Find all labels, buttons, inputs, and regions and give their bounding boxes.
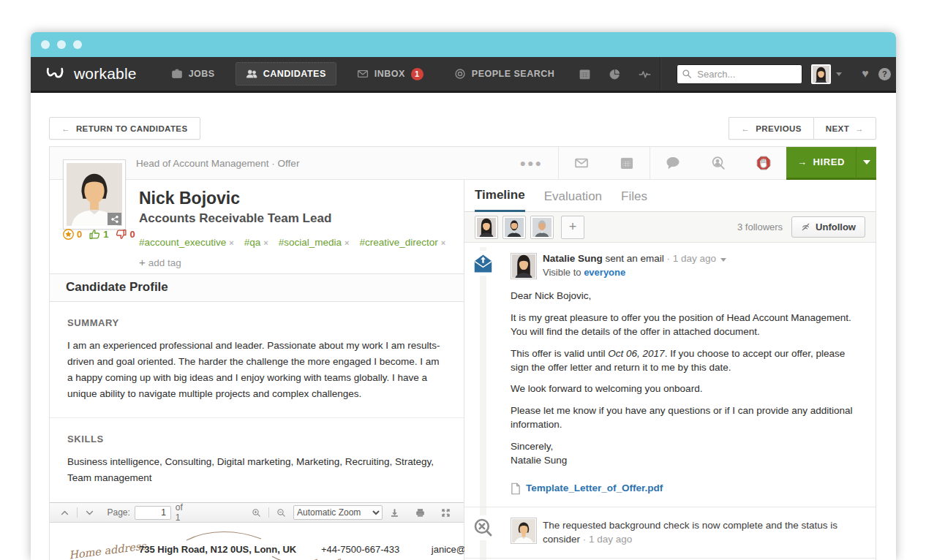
remove-tag-icon[interactable]: × [441, 238, 445, 247]
user-avatar[interactable] [811, 64, 831, 84]
remove-tag-icon[interactable]: × [263, 238, 268, 247]
fullscreen-icon [441, 508, 451, 518]
search-input[interactable] [677, 64, 802, 84]
candidate-card-header: Head of Account Management · Offer ●●● →… [50, 147, 876, 180]
star-rating[interactable]: 0 [62, 228, 82, 241]
unfollow-button[interactable]: Unfollow [791, 216, 865, 238]
entry-header: Natalie Sung sent an email · 1 day ago V… [511, 252, 861, 281]
divider [660, 57, 660, 91]
followers-bar: + 3 followers Unfollow [464, 212, 876, 243]
avatar[interactable] [511, 253, 537, 279]
tag-label[interactable]: #qa [244, 237, 261, 248]
entry-author[interactable]: Natalie Sung [543, 253, 603, 264]
skills-block: SKILLS Business intelligence, Consulting… [50, 417, 464, 502]
tab-files[interactable]: Files [621, 189, 647, 211]
download-button[interactable] [387, 507, 402, 519]
email-paragraph: Dear Nick Bojovic, [511, 290, 861, 303]
disqualify-button[interactable] [741, 147, 786, 179]
previous-candidate-button[interactable]: ← PREVIOUS [729, 117, 813, 140]
fullscreen-button[interactable] [438, 507, 453, 519]
window-control-icon[interactable] [73, 40, 82, 49]
tag-label[interactable]: #account_executive [139, 237, 226, 248]
global-search [677, 64, 802, 84]
zoom-out-button[interactable] [274, 507, 289, 519]
avatar[interactable] [511, 518, 537, 544]
nav-item-people-search[interactable]: PEOPLE SEARCH [444, 62, 565, 86]
page-count: of 1 [176, 502, 183, 523]
print-button[interactable] [413, 507, 428, 519]
page-up-button[interactable] [57, 507, 72, 519]
background-check-button[interactable] [696, 147, 741, 179]
annotation-arc [184, 530, 264, 543]
remove-tag-icon[interactable]: × [345, 238, 349, 247]
heart-icon[interactable]: ♥ [862, 67, 869, 80]
stage-dropdown-button[interactable] [856, 147, 876, 180]
tag-label[interactable]: #social_media [279, 237, 342, 248]
tab-timeline[interactable]: Timeline [475, 188, 525, 212]
timeline-tabs: Timeline Evaluation Files [464, 180, 876, 212]
calendar-nav-button[interactable] [572, 63, 598, 86]
thumbs-down-rating[interactable]: 0 [115, 228, 135, 241]
plus-icon: + [139, 256, 146, 268]
share-network-icon [110, 215, 119, 224]
add-follower-button[interactable]: + [561, 216, 584, 239]
hired-stage-button[interactable]: → HIRED [786, 147, 856, 180]
download-icon [390, 508, 399, 518]
document-icon [511, 483, 521, 495]
send-email-button[interactable] [559, 147, 604, 179]
follower-avatar[interactable] [530, 216, 554, 239]
offer-valid-date: Oct 06, 2017 [608, 348, 664, 359]
window-control-icon[interactable] [57, 40, 66, 49]
tag-label[interactable]: #creative_director [360, 237, 438, 248]
email-paragraph: It is my great pleasure to offer you the… [511, 311, 861, 339]
visibility-prefix: Visible to [543, 267, 584, 278]
chevron-down-icon [863, 160, 870, 164]
stage-label: HIRED [813, 156, 845, 167]
phone-value: +44-7500-667-433 [321, 544, 399, 555]
thumbs-up-icon [89, 228, 101, 241]
page-down-button[interactable] [82, 507, 97, 519]
inbox-unread-badge: 1 [411, 68, 424, 80]
sent-email-icon [470, 251, 497, 276]
divider [77, 507, 78, 518]
activity-nav-button[interactable] [632, 63, 658, 86]
user-menu-caret-icon[interactable] [836, 72, 842, 76]
zoom-out-icon [276, 508, 286, 518]
follower-avatar[interactable] [502, 216, 526, 239]
more-actions-button[interactable]: ●●● [505, 147, 558, 179]
schedule-event-button[interactable] [604, 147, 650, 179]
follower-avatar[interactable] [475, 216, 498, 239]
help-icon[interactable]: ? [878, 68, 891, 80]
workable-logo[interactable]: workable [31, 57, 156, 91]
more-icon: ●●● [520, 157, 543, 169]
add-tag-button[interactable]: +add tag [139, 256, 449, 268]
nav-item-candidates[interactable]: CANDIDATES [236, 62, 336, 86]
zoom-in-button[interactable] [249, 507, 264, 519]
zoom-level-select[interactable]: Automatic Zoom [293, 505, 383, 520]
remove-tag-icon[interactable]: × [229, 238, 233, 247]
arrow-right-icon: → [855, 124, 864, 133]
email-body: Dear Nick Bojovic, It is my great pleasu… [511, 290, 861, 496]
stage-button-group: → HIRED [786, 147, 876, 180]
attachment-link[interactable]: Template_Letter_of_Offer.pdf [526, 482, 663, 496]
email-paragraph: We look forward to welcoming you onboard… [511, 382, 861, 396]
window-control-icon[interactable] [41, 40, 50, 49]
tab-evaluation[interactable]: Evaluation [544, 189, 602, 211]
pulse-icon [639, 68, 651, 80]
nav-item-inbox[interactable]: INBOX 1 [347, 62, 434, 86]
entry-action: sent an email [603, 253, 664, 264]
background-check-icon [470, 515, 497, 540]
entry-menu-caret-icon[interactable] [720, 258, 726, 262]
add-comment-button[interactable] [650, 147, 696, 179]
star-circle-icon [62, 228, 75, 241]
nav-item-jobs[interactable]: JOBS [161, 62, 225, 86]
visibility-scope-link[interactable]: everyone [584, 267, 625, 278]
candidate-job-title: Accounts Receivable Team Lead [139, 211, 449, 226]
return-to-candidates-button[interactable]: ← RETURN TO CANDIDATES [49, 117, 200, 140]
reports-nav-button[interactable] [602, 63, 628, 86]
candidate-summary-header: 0 1 0 Nick Bojovic Accounts Receivable T… [50, 180, 464, 273]
nav-item-label: CANDIDATES [263, 69, 326, 79]
next-candidate-button[interactable]: NEXT → [813, 117, 876, 140]
page-number-input[interactable] [135, 506, 171, 520]
thumbs-up-rating[interactable]: 1 [89, 228, 108, 241]
